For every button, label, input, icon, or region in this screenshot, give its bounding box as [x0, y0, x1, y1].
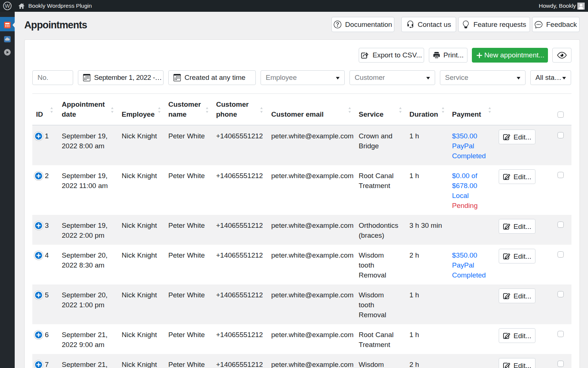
svg-text:W: W — [5, 3, 10, 9]
